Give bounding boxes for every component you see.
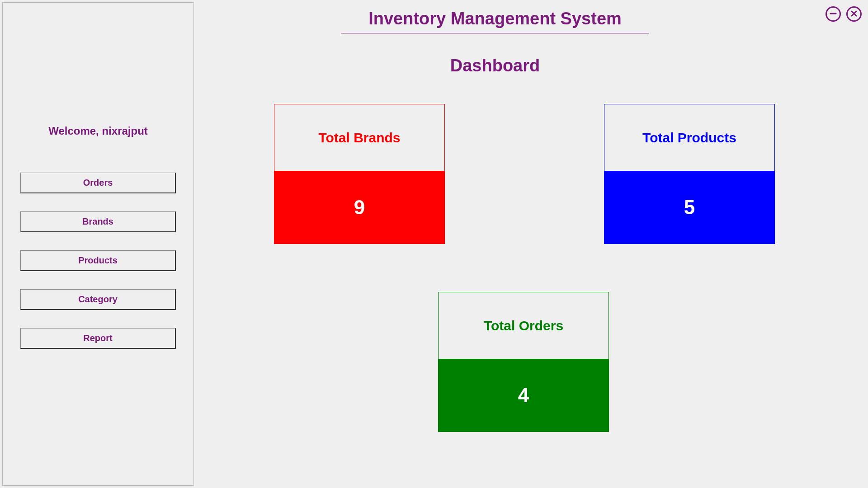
minimize-icon [830, 10, 837, 19]
close-button[interactable] [846, 6, 862, 22]
card-total-brands: Total Brands 9 [274, 104, 445, 244]
section-title: Dashboard [194, 56, 796, 75]
card-total-orders: Total Orders 4 [438, 292, 609, 432]
card-products-label: Total Products [604, 104, 775, 171]
card-brands-label: Total Brands [274, 104, 445, 171]
app-title: Inventory Management System [341, 9, 649, 33]
card-total-products: Total Products 5 [604, 104, 775, 244]
welcome-text: Welcome, nixrajput [3, 125, 193, 137]
sidebar-item-brands[interactable]: Brands [20, 211, 176, 232]
sidebar-item-products[interactable]: Products [20, 250, 176, 271]
sidebar-item-category[interactable]: Category [20, 289, 176, 310]
window-controls [826, 6, 862, 22]
card-orders-value: 4 [438, 359, 609, 432]
card-products-value: 5 [604, 171, 775, 244]
sidebar-item-report[interactable]: Report [20, 328, 176, 349]
card-brands-value: 9 [274, 171, 445, 244]
app-title-wrap: Inventory Management System [194, 9, 796, 33]
sidebar-item-orders[interactable]: Orders [20, 173, 176, 193]
sidebar: Welcome, nixrajput Orders Brands Product… [2, 2, 194, 486]
card-orders-label: Total Orders [438, 292, 609, 359]
close-icon [850, 10, 858, 19]
minimize-button[interactable] [826, 6, 841, 22]
